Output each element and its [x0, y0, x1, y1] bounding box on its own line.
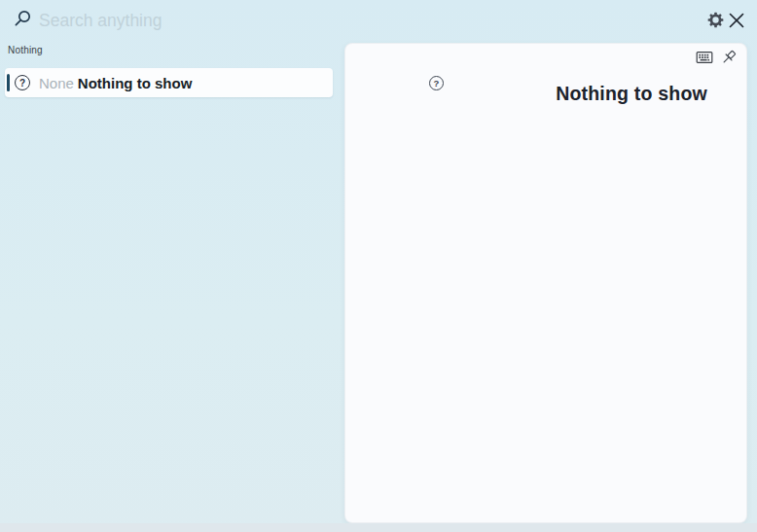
result-item-subtitle: None: [39, 75, 74, 91]
settings-button[interactable]: [704, 11, 726, 32]
result-item-title: Nothing to show: [78, 75, 192, 91]
close-button[interactable]: [726, 11, 747, 32]
gear-icon: [707, 12, 724, 31]
keyboard-icon: [696, 50, 713, 68]
search-input[interactable]: [39, 5, 662, 36]
result-item-selected[interactable]: ? None Nothing to show: [5, 68, 333, 97]
close-icon: [728, 12, 745, 32]
search-icon: [13, 10, 32, 29]
pin-button[interactable]: [719, 49, 739, 68]
results-section-label: Nothing: [8, 45, 43, 55]
question-circle-icon: ?: [429, 76, 444, 90]
search-window: { "window": { "background_top": "#d7ebf3…: [0, 0, 757, 532]
details-panel: ? Nothing to show: [344, 43, 747, 523]
details-toolbar: [695, 49, 739, 68]
selection-accent-bar: [7, 74, 10, 91]
question-circle-icon: ?: [15, 75, 30, 90]
window-bottom-edge: [0, 523, 757, 532]
details-title: Nothing to show: [466, 83, 757, 105]
keyboard-shortcut-button[interactable]: [695, 49, 714, 68]
pin-icon: [720, 49, 738, 69]
search-bar: [0, 0, 757, 41]
